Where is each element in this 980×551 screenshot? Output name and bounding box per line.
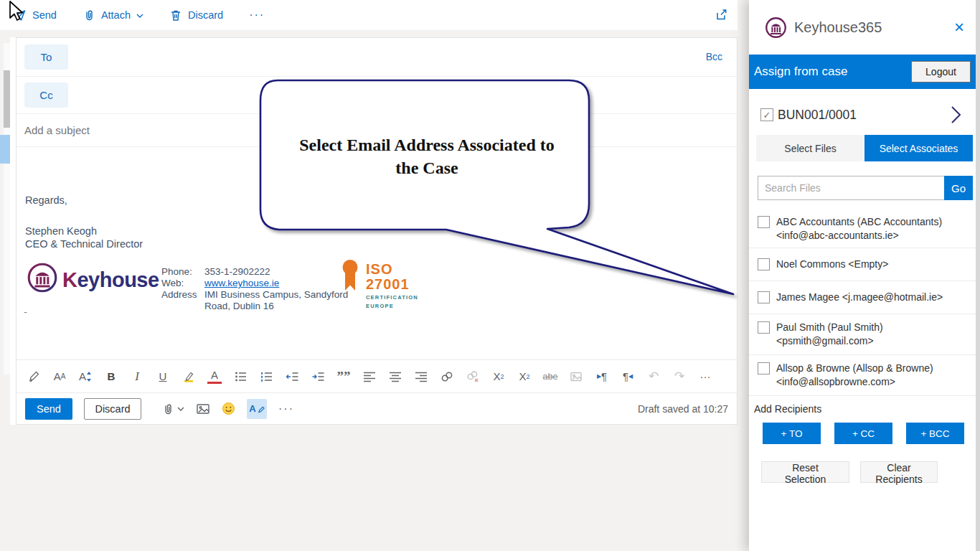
draw-text-icon[interactable]: A <box>247 399 267 419</box>
align-right-icon[interactable] <box>414 369 428 384</box>
redo-icon[interactable]: ↷ <box>672 369 687 384</box>
chevron-down-icon <box>177 405 184 412</box>
draft-saved-status: Draft saved at 10:27 <box>638 403 728 415</box>
open-in-new-window-icon[interactable] <box>715 9 727 21</box>
contact-row[interactable]: James Magee <j.magee@hotmail.ie> <box>749 281 980 314</box>
web-label: Web: <box>161 278 203 289</box>
phone-value: 353-1-2902222 <box>204 266 348 278</box>
contact-name: Noel Commons <Empty> <box>776 258 888 270</box>
panel-banner: Assign from case Logout <box>749 55 980 89</box>
text-highlight-icon[interactable] <box>182 369 196 384</box>
font-icon[interactable]: AA <box>52 369 67 384</box>
case-id: BUN001/0001 <box>778 108 857 123</box>
discard-button[interactable]: Discard <box>84 398 141 420</box>
contact-row[interactable]: Allsop & Browne (Allsop & Browne)<info@a… <box>749 355 980 396</box>
contact-checkbox[interactable] <box>758 362 770 375</box>
reset-selection-button[interactable]: Reset Selection <box>761 461 849 483</box>
remove-link-icon[interactable] <box>466 369 480 384</box>
logout-button[interactable]: Logout <box>911 61 971 83</box>
right-to-left-icon[interactable]: ¶◀ <box>621 369 635 384</box>
format-painter-icon[interactable] <box>27 369 41 384</box>
font-color-icon[interactable]: A <box>207 369 222 384</box>
banner-heading: Assign from case <box>754 65 847 79</box>
clear-recipients-button[interactable]: Clear Recipients <box>860 461 938 483</box>
left-to-right-icon[interactable]: ▶¶ <box>595 369 609 384</box>
add-cc-button[interactable]: + CC <box>834 423 892 444</box>
contact-row[interactable]: Noel Commons <Empty> <box>749 248 980 281</box>
to-button[interactable]: To <box>24 44 68 70</box>
case-checkbox[interactable]: ✓ <box>760 108 773 121</box>
compose-card: To Bcc Cc Add a subject Regards, Stephen… <box>16 37 738 425</box>
font-size-icon[interactable]: A <box>78 369 93 384</box>
signature-dash: - <box>24 306 27 318</box>
more-options-icon[interactable]: ··· <box>278 402 294 415</box>
contact-checkbox[interactable] <box>758 321 770 334</box>
attach-button[interactable]: Attach <box>83 9 143 22</box>
contact-name: Paul Smith (Paul Smith) <box>776 321 883 333</box>
search-input[interactable] <box>758 176 944 200</box>
cc-button[interactable]: Cc <box>24 83 68 108</box>
italic-icon[interactable]: I <box>130 369 144 384</box>
more-formatting-icon[interactable]: ··· <box>698 369 712 384</box>
search-row: Go <box>758 176 973 200</box>
numbered-list-icon[interactable] <box>259 369 273 384</box>
add-bcc-button[interactable]: + BCC <box>906 423 964 444</box>
increase-indent-icon[interactable] <box>311 369 325 384</box>
emoji-icon[interactable] <box>222 402 235 415</box>
panel-actions: Reset Selection Clear Recipients <box>761 461 980 483</box>
signature-job-title: CEO & Technical Director <box>25 237 143 250</box>
contact-row[interactable]: ABC Accountants (ABC Accountants)<info@a… <box>749 210 980 248</box>
tab-select-files[interactable]: Select Files <box>756 135 864 161</box>
subject-input[interactable]: Add a subject <box>17 114 737 148</box>
strikethrough-icon[interactable]: abe <box>543 369 557 384</box>
undo-icon[interactable]: ↶ <box>646 369 661 384</box>
subscript-icon[interactable]: X2 <box>517 369 532 384</box>
discard-button-top[interactable]: Discard <box>169 9 223 22</box>
cc-row: Cc <box>17 77 737 114</box>
contact-name: ABC Accountants (ABC Accountants) <box>776 216 942 227</box>
toolbar-more-button[interactable]: ··· <box>249 9 265 22</box>
close-icon[interactable]: × <box>954 20 964 34</box>
website-link[interactable]: www.keyhouse.ie <box>204 278 348 289</box>
search-go-button[interactable]: Go <box>944 176 973 200</box>
outlook-compose-screen: Send Attach Discard ··· To Bcc Cc Add a … <box>0 0 980 551</box>
panel-scrollbar[interactable] <box>976 0 980 551</box>
contact-email: <psmith@gmail.com> <box>776 335 874 347</box>
message-body[interactable]: Regards, Stephen Keogh CEO & Technical D… <box>17 147 737 359</box>
align-center-icon[interactable] <box>388 369 402 384</box>
keyhouse-logo-icon <box>27 262 58 293</box>
insert-picture-icon[interactable] <box>196 402 210 415</box>
contact-checkbox[interactable] <box>758 291 770 303</box>
left-scrollbar-thumb[interactable] <box>4 70 10 128</box>
attach-file-icon[interactable] <box>161 402 184 415</box>
address-line2: Road, Dublin 16 <box>204 301 348 312</box>
address-label: Address <box>161 289 203 301</box>
add-recipients-label: Add Recipients <box>754 403 980 415</box>
insert-link-icon[interactable] <box>440 369 454 384</box>
tab-select-associates[interactable]: Select Associates <box>864 135 973 161</box>
contact-row[interactable]: Paul Smith (Paul Smith)<psmith@gmail.com… <box>749 314 980 355</box>
keyhouse-wordmark: Keyhouse <box>62 268 159 292</box>
decrease-indent-icon[interactable] <box>285 369 299 384</box>
align-left-icon[interactable] <box>362 369 377 384</box>
send-button[interactable]: Send <box>25 398 72 420</box>
underline-icon[interactable]: U <box>156 369 170 384</box>
contact-email: <info@abc-accountants.ie> <box>776 230 899 241</box>
iso-certification-logo: ISO 27001 CERTIFICATION EUROPE <box>339 259 418 309</box>
superscript-icon[interactable]: X2 <box>491 369 506 384</box>
address-line1: IMI Business Campus, Sandyford <box>204 289 348 301</box>
keyhouse-addin-panel: Keyhouse365 × Assign from case Logout ✓ … <box>749 0 980 551</box>
bullet-list-icon[interactable] <box>233 369 248 384</box>
recipient-buttons: + TO + CC + BCC <box>763 423 980 444</box>
insert-image-icon[interactable] <box>569 369 583 384</box>
contact-checkbox[interactable] <box>758 216 770 228</box>
case-row: ✓ BUN001/0001 <box>749 99 980 131</box>
contact-checkbox[interactable] <box>758 258 770 270</box>
add-to-button[interactable]: + TO <box>763 423 821 444</box>
bold-icon[interactable]: B <box>104 369 118 384</box>
quote-icon[interactable]: ”” <box>336 369 351 384</box>
iso-medal-icon <box>339 259 361 293</box>
chevron-right-icon[interactable] <box>951 105 961 124</box>
bcc-button[interactable]: Bcc <box>706 51 722 62</box>
iso-line1: ISO <box>366 262 418 277</box>
